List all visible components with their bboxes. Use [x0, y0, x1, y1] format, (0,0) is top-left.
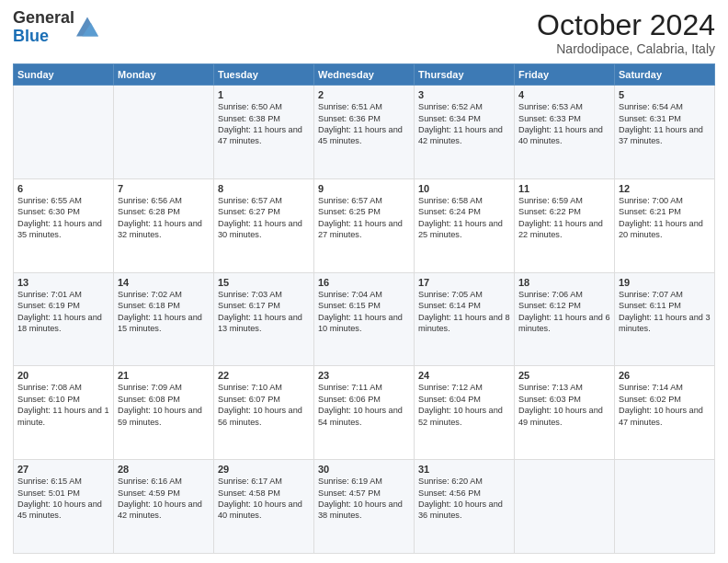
- day-number: 9: [318, 183, 410, 194]
- day-cell-26: 26Sunrise: 7:14 AM Sunset: 6:02 PM Dayli…: [615, 366, 715, 460]
- day-cell-4: 4Sunrise: 6:53 AM Sunset: 6:33 PM Daylig…: [515, 86, 615, 179]
- day-number: 26: [619, 370, 711, 381]
- logo-icon: [76, 16, 98, 38]
- day-number: 3: [418, 89, 510, 100]
- logo-general: General: [13, 8, 74, 27]
- day-content: Sunrise: 6:58 AM Sunset: 6:24 PM Dayligh…: [418, 195, 510, 241]
- day-cell-6: 6Sunrise: 6:55 AM Sunset: 6:30 PM Daylig…: [14, 178, 114, 272]
- empty-cell: [615, 460, 715, 554]
- day-header-monday: Monday: [114, 64, 214, 86]
- day-number: 12: [619, 183, 711, 194]
- day-number: 31: [418, 464, 510, 475]
- day-number: 27: [17, 464, 109, 475]
- day-content: Sunrise: 6:52 AM Sunset: 6:34 PM Dayligh…: [418, 101, 510, 147]
- day-content: Sunrise: 7:03 AM Sunset: 6:17 PM Dayligh…: [218, 289, 310, 335]
- day-number: 22: [218, 370, 310, 381]
- day-content: Sunrise: 6:55 AM Sunset: 6:30 PM Dayligh…: [17, 195, 109, 241]
- day-content: Sunrise: 7:11 AM Sunset: 6:06 PM Dayligh…: [318, 382, 410, 428]
- day-cell-20: 20Sunrise: 7:08 AM Sunset: 6:10 PM Dayli…: [14, 366, 114, 460]
- empty-cell: [114, 86, 214, 179]
- day-number: 25: [518, 370, 610, 381]
- logo-text: General Blue: [13, 9, 74, 46]
- logo-blue: Blue: [13, 27, 49, 45]
- day-cell-19: 19Sunrise: 7:07 AM Sunset: 6:11 PM Dayli…: [615, 272, 715, 366]
- day-number: 11: [518, 183, 610, 194]
- day-number: 24: [418, 370, 510, 381]
- week-row-3: 20Sunrise: 7:08 AM Sunset: 6:10 PM Dayli…: [14, 366, 715, 460]
- day-content: Sunrise: 7:12 AM Sunset: 6:04 PM Dayligh…: [418, 382, 510, 428]
- location-title: Nardodipace, Calabria, Italy: [537, 41, 715, 56]
- day-number: 1: [218, 89, 310, 100]
- day-content: Sunrise: 6:50 AM Sunset: 6:38 PM Dayligh…: [218, 101, 310, 147]
- day-number: 28: [118, 464, 210, 475]
- day-cell-7: 7Sunrise: 6:56 AM Sunset: 6:28 PM Daylig…: [114, 178, 214, 272]
- day-cell-27: 27Sunrise: 6:15 AM Sunset: 5:01 PM Dayli…: [14, 460, 114, 554]
- day-content: Sunrise: 7:08 AM Sunset: 6:10 PM Dayligh…: [17, 382, 109, 428]
- day-cell-30: 30Sunrise: 6:19 AM Sunset: 4:57 PM Dayli…: [314, 460, 415, 554]
- day-number: 15: [218, 277, 310, 288]
- day-cell-23: 23Sunrise: 7:11 AM Sunset: 6:06 PM Dayli…: [314, 366, 415, 460]
- day-cell-31: 31Sunrise: 6:20 AM Sunset: 4:56 PM Dayli…: [415, 460, 515, 554]
- day-cell-24: 24Sunrise: 7:12 AM Sunset: 6:04 PM Dayli…: [415, 366, 515, 460]
- day-number: 17: [418, 277, 510, 288]
- day-number: 2: [318, 89, 410, 100]
- day-header-thursday: Thursday: [415, 64, 515, 86]
- day-content: Sunrise: 7:07 AM Sunset: 6:11 PM Dayligh…: [619, 289, 711, 335]
- day-cell-17: 17Sunrise: 7:05 AM Sunset: 6:14 PM Dayli…: [415, 272, 515, 366]
- day-cell-21: 21Sunrise: 7:09 AM Sunset: 6:08 PM Dayli…: [114, 366, 214, 460]
- day-number: 23: [318, 370, 410, 381]
- empty-cell: [515, 460, 615, 554]
- day-number: 20: [17, 370, 109, 381]
- day-number: 29: [218, 464, 310, 475]
- calendar-header-row: SundayMondayTuesdayWednesdayThursdayFrid…: [14, 64, 715, 86]
- day-cell-12: 12Sunrise: 7:00 AM Sunset: 6:21 PM Dayli…: [615, 178, 715, 272]
- day-cell-14: 14Sunrise: 7:02 AM Sunset: 6:18 PM Dayli…: [114, 272, 214, 366]
- day-content: Sunrise: 7:05 AM Sunset: 6:14 PM Dayligh…: [418, 289, 510, 335]
- logo: General Blue: [13, 9, 98, 46]
- day-cell-16: 16Sunrise: 7:04 AM Sunset: 6:15 PM Dayli…: [314, 272, 415, 366]
- day-cell-25: 25Sunrise: 7:13 AM Sunset: 6:03 PM Dayli…: [515, 366, 615, 460]
- day-content: Sunrise: 7:00 AM Sunset: 6:21 PM Dayligh…: [619, 195, 711, 241]
- day-header-saturday: Saturday: [615, 64, 715, 86]
- day-content: Sunrise: 7:06 AM Sunset: 6:12 PM Dayligh…: [518, 289, 610, 335]
- day-number: 19: [619, 277, 711, 288]
- day-cell-2: 2Sunrise: 6:51 AM Sunset: 6:36 PM Daylig…: [314, 86, 415, 179]
- day-content: Sunrise: 6:56 AM Sunset: 6:28 PM Dayligh…: [118, 195, 210, 241]
- day-header-tuesday: Tuesday: [214, 64, 314, 86]
- day-cell-1: 1Sunrise: 6:50 AM Sunset: 6:38 PM Daylig…: [214, 86, 314, 179]
- day-cell-5: 5Sunrise: 6:54 AM Sunset: 6:31 PM Daylig…: [615, 86, 715, 179]
- day-content: Sunrise: 7:02 AM Sunset: 6:18 PM Dayligh…: [118, 289, 210, 335]
- day-content: Sunrise: 7:10 AM Sunset: 6:07 PM Dayligh…: [218, 382, 310, 428]
- empty-cell: [14, 86, 114, 179]
- day-content: Sunrise: 6:59 AM Sunset: 6:22 PM Dayligh…: [518, 195, 610, 241]
- day-header-friday: Friday: [515, 64, 615, 86]
- calendar-table: SundayMondayTuesdayWednesdayThursdayFrid…: [13, 63, 715, 554]
- day-number: 7: [118, 183, 210, 194]
- day-cell-28: 28Sunrise: 6:16 AM Sunset: 4:59 PM Dayli…: [114, 460, 214, 554]
- day-content: Sunrise: 7:13 AM Sunset: 6:03 PM Dayligh…: [518, 382, 610, 428]
- day-content: Sunrise: 7:14 AM Sunset: 6:02 PM Dayligh…: [619, 382, 711, 428]
- day-header-wednesday: Wednesday: [314, 64, 415, 86]
- day-content: Sunrise: 6:54 AM Sunset: 6:31 PM Dayligh…: [619, 101, 711, 147]
- day-content: Sunrise: 6:20 AM Sunset: 4:56 PM Dayligh…: [418, 476, 510, 522]
- header: General Blue October 2024 Nardodipace, C…: [13, 9, 715, 56]
- day-cell-9: 9Sunrise: 6:57 AM Sunset: 6:25 PM Daylig…: [314, 178, 415, 272]
- day-number: 13: [17, 277, 109, 288]
- day-content: Sunrise: 6:51 AM Sunset: 6:36 PM Dayligh…: [318, 101, 410, 147]
- title-block: October 2024 Nardodipace, Calabria, Ital…: [537, 9, 715, 56]
- day-number: 18: [518, 277, 610, 288]
- page: General Blue October 2024 Nardodipace, C…: [0, 0, 728, 563]
- week-row-0: 1Sunrise: 6:50 AM Sunset: 6:38 PM Daylig…: [14, 86, 715, 179]
- day-number: 16: [318, 277, 410, 288]
- day-number: 14: [118, 277, 210, 288]
- day-number: 21: [118, 370, 210, 381]
- day-content: Sunrise: 7:01 AM Sunset: 6:19 PM Dayligh…: [17, 289, 109, 335]
- month-title: October 2024: [537, 9, 715, 41]
- day-number: 5: [619, 89, 711, 100]
- day-cell-18: 18Sunrise: 7:06 AM Sunset: 6:12 PM Dayli…: [515, 272, 615, 366]
- day-number: 6: [17, 183, 109, 194]
- day-cell-3: 3Sunrise: 6:52 AM Sunset: 6:34 PM Daylig…: [415, 86, 515, 179]
- week-row-1: 6Sunrise: 6:55 AM Sunset: 6:30 PM Daylig…: [14, 178, 715, 272]
- day-content: Sunrise: 6:19 AM Sunset: 4:57 PM Dayligh…: [318, 476, 410, 522]
- day-cell-8: 8Sunrise: 6:57 AM Sunset: 6:27 PM Daylig…: [214, 178, 314, 272]
